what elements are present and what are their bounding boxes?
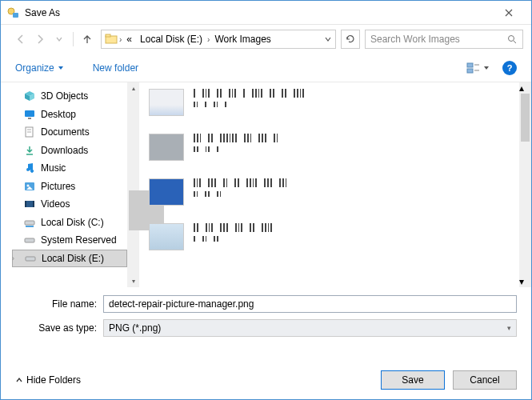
forward-button[interactable] <box>31 30 49 48</box>
3d-objects-icon <box>23 90 36 102</box>
view-icon <box>466 62 481 74</box>
search-icon <box>507 34 518 45</box>
tree-item-local-disk-c[interactable]: Local Disk (C:) <box>12 214 127 232</box>
filename-input[interactable] <box>103 295 517 313</box>
file-detail-redacted <box>194 146 278 155</box>
organize-menu[interactable]: Organize <box>15 62 64 74</box>
tree-item-documents[interactable]: Documents <box>12 123 127 142</box>
breadcrumb-overflow[interactable]: « <box>123 34 135 45</box>
organize-label: Organize <box>15 62 54 74</box>
filetype-label: Save as type: <box>15 322 103 334</box>
tree-item-label: Documents <box>41 126 90 138</box>
svg-rect-3 <box>106 34 110 37</box>
file-name-redacted <box>194 89 304 98</box>
tree-item-downloads[interactable]: Downloads <box>12 142 127 160</box>
footer: Hide Folders Save Cancel <box>1 361 531 399</box>
folder-tree: 3D Objects Desktop Documents Downloads M… <box>1 82 127 287</box>
scroll-down-icon[interactable]: ▾ <box>519 276 531 287</box>
file-thumbnail <box>149 89 184 116</box>
view-button[interactable] <box>466 62 490 74</box>
svg-rect-18 <box>25 201 26 207</box>
file-detail-redacted <box>194 102 304 110</box>
pictures-icon <box>23 180 36 193</box>
file-item[interactable] <box>149 134 519 161</box>
chevron-down-icon[interactable] <box>324 35 332 43</box>
file-list[interactable] <box>139 82 519 287</box>
close-button[interactable] <box>493 1 525 25</box>
tree-item-label: System Reserved <box>41 234 117 246</box>
file-thumbnail <box>149 178 184 206</box>
drive-icon <box>23 234 36 246</box>
file-thumbnail <box>149 223 184 250</box>
save-label: Save <box>402 374 423 386</box>
toolbar: Organize New folder ? <box>1 54 531 82</box>
tree-item-pictures[interactable]: Pictures <box>12 178 127 196</box>
hide-folders-button[interactable]: Hide Folders <box>15 374 81 386</box>
hide-folders-label: Hide Folders <box>26 374 81 386</box>
tree-item-label: Local Disk (C:) <box>41 217 104 228</box>
file-item[interactable] <box>149 89 519 116</box>
search-input[interactable]: Search Work Images <box>365 30 523 49</box>
back-button[interactable] <box>12 30 30 48</box>
filename-label: File name: <box>15 298 103 310</box>
file-item[interactable] <box>149 223 519 250</box>
file-meta <box>194 178 286 200</box>
scroll-track[interactable] <box>519 94 531 276</box>
tree-item-3d-objects[interactable]: 3D Objects <box>12 87 127 106</box>
recent-dropdown[interactable] <box>50 30 68 48</box>
svg-rect-21 <box>26 226 34 227</box>
breadcrumb-seg-1[interactable]: Local Disk (E:) <box>137 34 206 45</box>
arrow-left-icon <box>15 34 26 45</box>
drive-icon <box>24 252 37 265</box>
svg-rect-9 <box>25 110 34 117</box>
file-name-redacted <box>194 134 278 142</box>
tree-item-label: Music <box>41 162 66 174</box>
chevron-up-icon <box>15 376 23 384</box>
file-item[interactable] <box>149 178 519 206</box>
downloads-icon <box>23 144 36 157</box>
tree-item-music[interactable]: Music <box>12 159 127 178</box>
scroll-up-icon[interactable]: ▴ <box>519 82 531 94</box>
new-folder-button[interactable]: New folder <box>93 62 138 74</box>
tree-scrollbar[interactable]: ▴ ▾ <box>127 82 139 287</box>
help-button[interactable]: ? <box>502 61 517 75</box>
chevron-right-icon: › <box>207 35 210 44</box>
scroll-up-icon[interactable]: ▴ <box>127 82 139 94</box>
refresh-button[interactable] <box>341 30 360 49</box>
files-scrollbar[interactable]: ▴ ▾ <box>519 82 531 287</box>
tree-item-desktop[interactable]: Desktop <box>12 106 127 124</box>
folder-icon <box>105 34 118 45</box>
tree-item-local-disk-e[interactable]: ›Local Disk (E:) <box>12 250 127 268</box>
chevron-right-icon: › <box>119 35 122 44</box>
expand-icon[interactable]: › <box>12 254 14 262</box>
file-name-redacted <box>194 223 272 232</box>
tree-item-label: Local Disk (E:) <box>42 253 104 264</box>
nav-row: › « Local Disk (E:) › Work Images Search… <box>1 25 531 54</box>
save-button[interactable]: Save <box>381 370 445 390</box>
up-button[interactable] <box>78 30 96 48</box>
arrow-up-icon <box>82 34 93 45</box>
chevron-down-icon: ▾ <box>507 324 511 332</box>
file-name-redacted <box>194 178 286 187</box>
tree-item-system-reserved[interactable]: System Reserved <box>12 231 127 250</box>
scroll-track[interactable] <box>127 94 139 275</box>
scroll-down-icon[interactable]: ▾ <box>127 275 139 287</box>
svg-rect-19 <box>33 201 34 207</box>
tree-item-label: 3D Objects <box>41 90 88 102</box>
cancel-button[interactable]: Cancel <box>453 370 517 390</box>
titlebar: Save As <box>1 1 531 25</box>
address-bar[interactable]: › « Local Disk (E:) › Work Images <box>101 30 336 49</box>
breadcrumb-seg-2[interactable]: Work Images <box>211 34 274 45</box>
close-icon <box>505 9 513 17</box>
tree-item-videos[interactable]: Videos <box>12 195 127 214</box>
file-thumbnail <box>149 134 184 161</box>
form-area: File name: Save as type: PNG (*.png) ▾ <box>1 287 531 346</box>
separator <box>73 32 74 46</box>
file-detail-redacted <box>194 236 272 245</box>
svg-point-4 <box>509 35 514 41</box>
filetype-select[interactable]: PNG (*.png) ▾ <box>103 319 517 337</box>
tree-item-label: Videos <box>41 198 70 210</box>
file-meta <box>194 89 304 110</box>
videos-icon <box>23 198 36 210</box>
scroll-thumb[interactable] <box>521 94 530 142</box>
